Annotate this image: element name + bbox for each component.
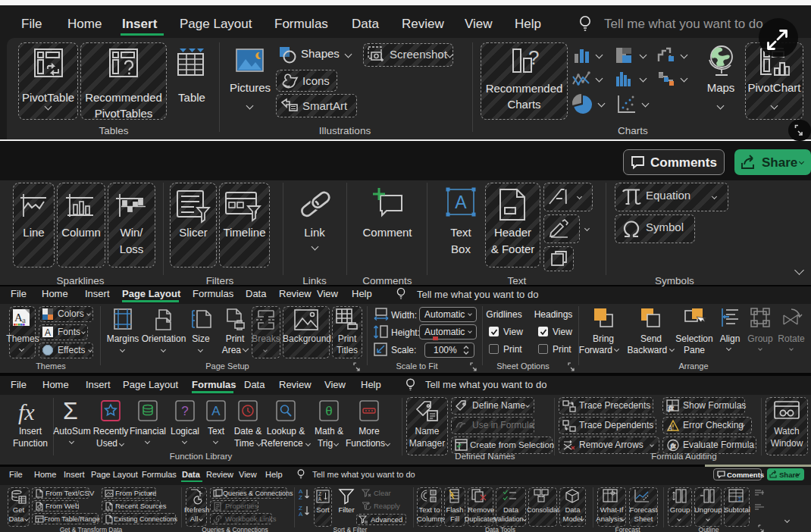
svg-text:fx: fx (18, 399, 35, 424)
svg-text:?: ? (181, 404, 188, 418)
svg-text:A: A (667, 424, 673, 432)
svg-text:A: A (45, 327, 51, 338)
svg-text:Z: Z (299, 494, 302, 501)
svg-text:Σ: Σ (738, 496, 742, 502)
svg-text:a: a (22, 315, 26, 324)
svg-text:A: A (455, 192, 467, 212)
svg-text:fx: fx (669, 404, 674, 412)
svg-text:?: ? (528, 46, 539, 69)
svg-text:Z: Z (318, 491, 321, 496)
svg-text:A: A (318, 496, 322, 502)
svg-text:Σ: Σ (63, 397, 78, 424)
svg-text:fx: fx (671, 442, 676, 449)
svg-text:A: A (211, 404, 221, 418)
svg-text:θ: θ (325, 404, 332, 418)
svg-text:A: A (299, 511, 303, 518)
